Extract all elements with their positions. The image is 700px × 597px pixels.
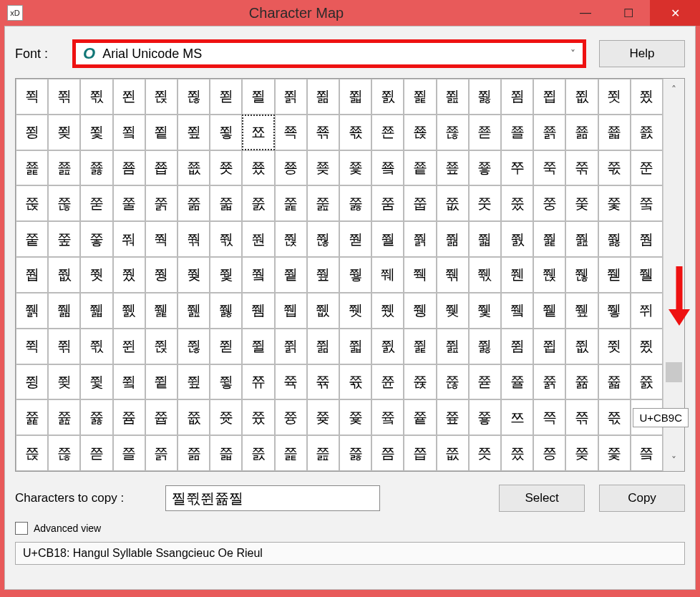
character-cell[interactable]: 쬺 [48,150,80,186]
character-cell[interactable]: 쮢 [178,329,210,364]
character-cell[interactable]: 쭣 [80,221,112,257]
character-cell[interactable]: 쬡 [533,79,565,115]
character-cell[interactable]: 쬘 [242,79,274,115]
character-cell[interactable]: 쮈 [631,257,663,293]
character-cell[interactable]: 쯪 [565,435,598,471]
character-cell[interactable]: 쯛 [80,435,112,471]
character-cell[interactable]: 쯩 [533,435,565,471]
character-cell[interactable]: 쬑 [16,79,48,115]
character-cell[interactable]: 쬶 [565,115,598,150]
character-cell[interactable]: 쯉 [145,399,178,435]
character-cell[interactable]: 쭦 [178,221,210,257]
character-cell[interactable]: 쯇 [80,399,112,435]
character-cell[interactable]: 쮅 [533,257,565,293]
character-cell[interactable]: 쬪 [178,115,210,150]
character-cell[interactable]: 쭍 [16,185,48,221]
character-cell[interactable]: 쭗 [339,185,371,221]
character-cell[interactable]: 쭢 [48,221,80,257]
character-cell[interactable]: 쭞 [565,185,598,221]
character-cell[interactable]: 쭸 [113,257,145,293]
character-cell[interactable]: 쯑 [404,399,436,435]
character-cell[interactable]: 쭯 [469,221,501,257]
character-cell[interactable]: 쭘 [371,185,404,221]
close-button[interactable]: ✕ [650,0,700,26]
character-cell[interactable]: 쬮 [307,115,339,150]
minimize-button[interactable]: — [564,0,607,26]
character-cell[interactable]: 쯤 [371,435,404,471]
character-cell[interactable]: 쬩 [145,115,178,150]
character-cell[interactable]: 쬟 [469,79,501,115]
character-cell[interactable]: 쮦 [307,329,339,364]
copy-button[interactable]: Copy [599,485,685,512]
character-cell[interactable]: 쮾 [437,364,469,400]
character-cell[interactable]: 쭆 [437,150,469,186]
character-cell[interactable]: 쯢 [307,435,339,471]
character-cell[interactable]: 쮻 [339,364,371,400]
character-cell[interactable]: 쬓 [80,79,112,115]
character-cell[interactable]: 쭰 [501,221,533,257]
character-cell[interactable]: 쬛 [339,79,371,115]
character-cell[interactable]: 쮱 [16,364,48,400]
character-cell[interactable]: 쬕 [145,79,178,115]
character-cell[interactable]: 쮭 [533,329,565,364]
character-cell[interactable]: 쮗 [469,293,501,329]
character-cell[interactable]: 쭶 [48,257,80,293]
select-button[interactable]: Select [499,485,585,512]
character-cell[interactable]: 쮎 [178,293,210,329]
character-cell[interactable]: 쮞 [48,329,80,364]
character-cell[interactable]: 쮫 [469,329,501,364]
character-cell[interactable]: 쬭 [275,115,307,150]
character-cell[interactable]: 쯎 [307,399,339,435]
character-cell[interactable]: 쭐 [113,185,145,221]
character-cell[interactable]: 쯨 [501,435,533,471]
character-cell[interactable]: 쯟 [210,435,242,471]
character-cell[interactable]: 쮋 [80,293,112,329]
character-cell[interactable]: 쯂 [565,364,598,400]
character-cell[interactable]: 쭇 [469,150,501,186]
character-cell[interactable]: 쭧 [210,221,242,257]
character-cell[interactable]: 쮐 [242,293,274,329]
character-cell[interactable]: 쯠 [242,435,274,471]
character-cell[interactable]: 쮆 [565,257,598,293]
scroll-down-button[interactable]: ˅ [663,450,684,471]
character-cell[interactable]: 쬨 [113,115,145,150]
character-cell[interactable]: 쭿 [339,257,371,293]
character-cell[interactable]: 쯖 [565,399,598,435]
character-cell[interactable]: 쮪 [437,329,469,364]
character-cell[interactable]: 쮧 [339,329,371,364]
character-cell[interactable]: 쮁 [404,257,436,293]
character-cell[interactable]: 쮼 [371,364,404,400]
character-cell[interactable]: 쬼 [113,150,145,186]
character-cell[interactable]: 쮷 [210,364,242,400]
character-cell[interactable]: 쬰 [371,115,404,150]
character-cell[interactable]: 쭵 [16,257,48,293]
character-cell[interactable]: 쬤 [631,79,663,115]
character-cell[interactable]: 쯏 [339,399,371,435]
character-cell[interactable]: 쮏 [210,293,242,329]
character-cell[interactable]: 쬙 [275,79,307,115]
character-cell[interactable]: 쬜 [371,79,404,115]
character-cell[interactable]: 쭴 [631,221,663,257]
character-cell[interactable]: 쬣 [598,79,631,115]
character-cell[interactable]: 쮡 [145,329,178,364]
character-cell[interactable]: 쭓 [210,185,242,221]
character-cell[interactable]: 쯃 [598,364,631,400]
character-cell[interactable]: 쬠 [501,79,533,115]
character-cell[interactable]: 쬽 [145,150,178,186]
character-cell[interactable]: 쭹 [145,257,178,293]
character-cell[interactable]: 쯞 [178,435,210,471]
character-cell[interactable]: 쬦 [48,115,80,150]
character-cell[interactable]: 쬧 [80,115,112,150]
character-cell[interactable]: 쮝 [16,329,48,364]
character-cell[interactable]: 쮹 [275,364,307,400]
character-cell[interactable]: 쮵 [145,364,178,400]
character-cell[interactable]: 쯍 [275,399,307,435]
character-cell[interactable]: 쮑 [275,293,307,329]
scroll-thumb[interactable] [666,362,682,382]
character-cell[interactable]: 쭜 [501,185,533,221]
character-cell[interactable]: 쭼 [242,257,274,293]
character-cell[interactable]: 쬯 [339,115,371,150]
character-cell[interactable]: 쯫 [598,435,631,471]
character-cell[interactable]: 쬚 [307,79,339,115]
character-cell[interactable]: 쯆 [48,399,80,435]
